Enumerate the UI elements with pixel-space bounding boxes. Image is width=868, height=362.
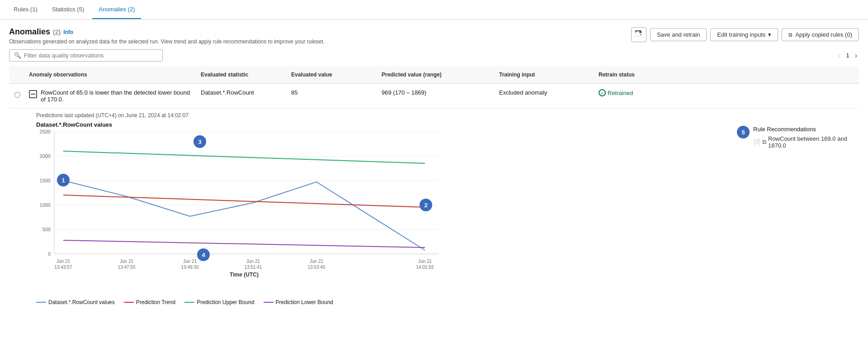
retrained-badge: ✓ Retrained — [599, 89, 673, 96]
col-observation: Anomaly observations — [25, 70, 197, 80]
expand-icon[interactable] — [29, 90, 37, 98]
prev-page-button[interactable]: ‹ — [836, 51, 842, 61]
legend-label-rowcount: Dataset.*.RowCount values — [48, 299, 115, 305]
lower-bound-line — [63, 240, 425, 248]
legend-lower: Prediction Lower Bound — [264, 299, 333, 305]
info-link[interactable]: Info — [63, 29, 73, 35]
rule-rec-content: Rule Recommendations 📄 ⧉ RowCount betwee… — [753, 126, 859, 149]
anomaly-count: (2) — [53, 29, 61, 36]
step-badge-3: 3 — [193, 135, 206, 148]
svg-text:0: 0 — [48, 251, 51, 257]
refresh-button[interactable] — [631, 27, 646, 42]
svg-text:Jun 21: Jun 21 — [310, 259, 323, 264]
prediction-trend-line — [63, 195, 425, 207]
svg-text:2000: 2000 — [40, 153, 51, 159]
legend-line-trend — [124, 302, 134, 303]
title-text: Anomalies — [9, 27, 50, 37]
step-badge-2: 2 — [420, 199, 432, 211]
cell-statistic: Dataset.*.RowCount — [197, 87, 288, 98]
header-row: Anomalies (2) Info Observations generate… — [9, 27, 859, 45]
step-badge-5: 5 — [737, 126, 750, 138]
legend-rowcount: Dataset.*.RowCount values — [36, 299, 115, 305]
svg-text:13:47:55: 13:47:55 — [118, 265, 136, 270]
copy-icon[interactable]: ⧉ — [762, 138, 766, 146]
cell-evaluated-value: 85 — [288, 87, 378, 98]
svg-text:13:53:45: 13:53:45 — [308, 265, 326, 270]
row-radio[interactable] — [14, 92, 20, 98]
search-input[interactable] — [24, 52, 158, 59]
next-page-button[interactable]: › — [853, 51, 859, 61]
svg-text:Jun 21: Jun 21 — [183, 259, 197, 264]
legend-upper: Prediction Upper Bound — [184, 299, 254, 305]
rule-rec-text: RowCount between 169.0 and 1870.0 — [768, 135, 859, 149]
tab-anomalies[interactable]: Anomalies (2) — [92, 0, 141, 19]
cell-observation: RowCount of 85.0 is lower than the detec… — [25, 87, 197, 105]
legend-line-rowcount — [36, 302, 46, 303]
search-icon: 🔍 — [14, 52, 21, 59]
chart-area: Predictions last updated (UTC+4) on June… — [9, 112, 723, 305]
file-icon[interactable]: 📄 — [753, 139, 760, 146]
legend-label-trend: Prediction Trend — [136, 299, 175, 305]
svg-text:2500: 2500 — [40, 129, 51, 134]
retrained-label: Retrained — [608, 90, 633, 96]
chevron-down-icon: ▾ — [768, 31, 771, 38]
rule-rec-title: Rule Recommendations — [753, 126, 859, 133]
col-training-input: Training input — [495, 70, 595, 80]
rule-area: 5 Rule Recommendations 📄 ⧉ RowCount betw… — [732, 112, 859, 305]
svg-text:1500: 1500 — [40, 178, 51, 183]
lower-section: Predictions last updated (UTC+4) on June… — [9, 112, 859, 305]
tab-rules[interactable]: Rules (1) — [7, 0, 44, 19]
edit-training-button[interactable]: Edit training inputs ▾ — [710, 28, 778, 41]
header-left: Anomalies (2) Info Observations generate… — [9, 27, 325, 45]
step-badge-1: 1 — [57, 174, 70, 186]
legend-trend: Prediction Trend — [124, 299, 175, 305]
col-predicted: Predicted value (range) — [378, 70, 495, 80]
radio-cell — [9, 87, 25, 100]
col-statistic: Evaluated statistic — [197, 70, 288, 80]
save-retrain-button[interactable]: Save and retrain — [650, 28, 707, 41]
page-number: 1 — [846, 52, 849, 59]
tab-statistics[interactable]: Statistics (5) — [46, 0, 91, 19]
chart-meta: Predictions last updated (UTC+4) on June… — [36, 112, 723, 119]
col-retrain-status: Retrain status — [595, 70, 676, 80]
table-header: Anomaly observations Evaluated statistic… — [9, 66, 859, 84]
step-badge-4: 4 — [197, 248, 210, 261]
rowcount-line — [63, 181, 425, 250]
subtitle: Observations generated on analyzed data … — [9, 38, 325, 45]
svg-text:13:51:41: 13:51:41 — [245, 265, 262, 270]
legend-row: Dataset.*.RowCount values Prediction Tre… — [36, 299, 723, 305]
cell-retrain-status: ✓ Retrained — [595, 87, 676, 98]
retrained-circle-icon: ✓ — [599, 89, 606, 96]
legend-line-lower — [264, 302, 274, 303]
header-right: Save and retrain Edit training inputs ▾ … — [631, 27, 859, 42]
rule-rec-item: 📄 ⧉ RowCount between 169.0 and 1870.0 — [753, 135, 859, 149]
table-row: RowCount of 85.0 is lower than the detec… — [9, 84, 859, 109]
col-radio — [9, 70, 25, 80]
main-content: Anomalies (2) Info Observations generate… — [0, 20, 868, 313]
pagination: ‹ 1 › — [836, 51, 859, 61]
col-evaluated-value: Evaluated value — [288, 70, 378, 80]
copy-icon: ⧉ — [788, 32, 793, 38]
svg-text:500: 500 — [42, 227, 51, 232]
cell-training-input: Excluded anomaly — [495, 87, 595, 98]
svg-text:13:49:30: 13:49:30 — [181, 265, 199, 270]
svg-text:Jun 21: Jun 21 — [418, 259, 432, 264]
chart-title: Dataset.*.RowCount values — [36, 121, 723, 128]
legend-label-upper: Prediction Upper Bound — [197, 299, 254, 305]
search-wrap: 🔍 — [9, 49, 163, 62]
legend-label-lower: Prediction Lower Bound — [276, 299, 333, 305]
page-title: Anomalies (2) Info — [9, 27, 325, 37]
svg-text:13:43:57: 13:43:57 — [55, 265, 72, 270]
legend-line-upper — [184, 302, 194, 303]
apply-copied-rules-button[interactable]: ⧉ Apply copied rules (0) — [782, 28, 859, 41]
svg-text:1000: 1000 — [40, 202, 51, 208]
chart-svg: 0 500 1000 1500 2000 2500 Jun 21 13:43:5… — [32, 132, 439, 276]
upper-bound-line — [63, 151, 425, 163]
cell-predicted-range: 969 (170 – 1869) — [378, 87, 495, 98]
tabs-bar: Rules (1) Statistics (5) Anomalies (2) — [0, 0, 868, 20]
svg-text:Jun 21: Jun 21 — [246, 259, 260, 264]
svg-text:Jun 21: Jun 21 — [120, 259, 133, 264]
svg-text:Time (UTC): Time (UTC) — [230, 272, 259, 278]
svg-text:Jun 21: Jun 21 — [57, 259, 70, 264]
svg-text:14:01:55: 14:01:55 — [416, 265, 434, 270]
